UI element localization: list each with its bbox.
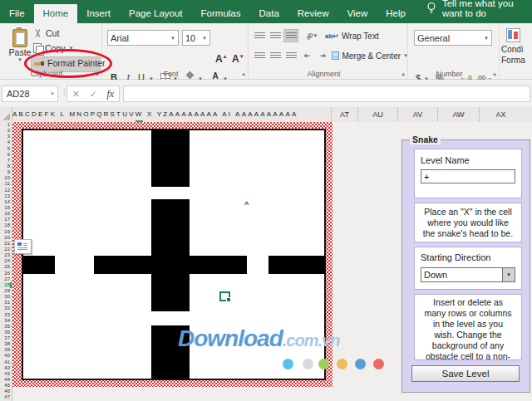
align-left-button[interactable] [252,49,267,62]
row-header-18[interactable]: 18 [0,223,12,228]
row-header-40[interactable]: 40 [0,353,12,359]
row-header-28[interactable]: 28 [0,282,12,288]
number-dialog-launcher-icon[interactable]: ▸ [492,71,499,78]
copy-dropdown-arrow-icon[interactable]: ▼ [69,46,74,51]
row-header-37[interactable]: 37 [0,335,12,341]
col-header-ax[interactable]: AX [479,107,522,122]
font-size-combo[interactable]: 10▼ [182,30,210,46]
row-headers[interactable]: 1234567891011121314151617181920212223242… [0,122,12,401]
tab-file[interactable]: File [0,4,34,23]
number-format-combo[interactable]: General▼ [414,30,492,46]
align-bottom-button[interactable] [283,29,298,42]
cancel-entry-icon[interactable]: ✕ [72,89,80,100]
row-header-8[interactable]: 8 [0,164,12,169]
row-header-46[interactable]: 46 [0,389,12,394]
row-header-17[interactable]: 17 [0,217,12,223]
tab-review[interactable]: Review [288,4,338,23]
name-box[interactable]: AD28 ▼ [2,86,58,102]
align-top-button[interactable] [252,29,267,42]
format-painter-button[interactable]: Format Painter [34,58,105,68]
snake-head-marker[interactable]: ^ [244,200,249,208]
decrease-indent-button[interactable]: ⇤ [300,49,315,62]
confirm-entry-icon[interactable]: ✓ [90,89,97,100]
row-header-42[interactable]: 42 [0,365,12,371]
formula-input[interactable] [123,86,530,102]
tab-data[interactable]: Data [250,4,288,23]
row-header-1[interactable]: 1 [0,122,12,128]
row-header-20[interactable]: 20 [0,235,12,241]
orientation-button[interactable]: ab▼ [302,29,322,42]
row-header-22[interactable]: 22 [0,247,12,252]
active-cell-selection[interactable] [219,291,230,301]
font-dialog-launcher-icon[interactable]: ▸ [241,71,248,78]
row-header-25[interactable]: 25 [0,264,12,270]
row-header-21[interactable]: 21 [0,241,12,247]
level-name-input[interactable] [421,169,515,183]
row-header-13[interactable]: 13 [0,193,12,199]
row-header-9[interactable]: 9 [0,169,12,175]
wrap-text-button[interactable]: ab↩ Wrap Text [325,29,405,42]
tab-insert[interactable]: Insert [77,4,120,23]
row-header-33[interactable]: 33 [0,312,12,318]
row-header-39[interactable]: 39 [0,347,12,353]
row-header-2[interactable]: 2 [0,128,12,134]
tab-formulas[interactable]: Formulas [192,4,250,23]
tab-page-layout[interactable]: Page Layout [120,4,192,23]
row-header-5[interactable]: 5 [0,146,12,152]
row-header-41[interactable]: 41 [0,359,12,365]
row-header-31[interactable]: 31 [0,300,12,306]
row-header-15[interactable]: 15 [0,205,12,211]
save-level-button[interactable]: Save Level [411,365,520,382]
align-middle-button[interactable] [268,29,283,42]
paste-dropdown-arrow-icon[interactable]: ▼ [17,57,22,62]
select-all-button[interactable] [0,107,12,122]
col-header-at[interactable]: AT [331,107,357,122]
row-header-44[interactable]: 44 [0,377,12,383]
row-header-30[interactable]: 30 [0,294,12,300]
row-header-23[interactable]: 23 [0,252,12,258]
row-header-12[interactable]: 12 [0,188,12,193]
row-header-47[interactable]: 47 [0,394,12,400]
row-header-10[interactable]: 10 [0,175,12,181]
row-header-19[interactable]: 19 [0,229,12,235]
row-header-4[interactable]: 4 [0,139,12,145]
col-header-av[interactable]: AV [397,107,437,122]
row-header-26[interactable]: 26 [0,271,12,276]
alignment-dialog-launcher-icon[interactable]: ▸ [401,71,407,78]
font-family-combo[interactable]: Arial▼ [107,30,179,46]
decrease-font-button[interactable]: A▼ [232,53,244,65]
align-center-button[interactable] [268,49,283,62]
increase-font-button[interactable]: A▲ [215,53,228,65]
row-header-43[interactable]: 43 [0,371,12,377]
row-header-24[interactable]: 24 [0,258,12,264]
row-header-45[interactable]: 45 [0,383,12,389]
row-header-29[interactable]: 29 [0,288,12,294]
conditional-formatting-icon[interactable] [506,28,520,42]
maze-field[interactable] [22,129,326,380]
cut-button[interactable]: Cut [33,28,59,38]
tell-me-box[interactable]: Tell me what you want to do [426,0,532,23]
insert-function-icon[interactable]: fx [107,88,115,100]
tab-help[interactable]: Help [377,4,415,23]
row-header-7[interactable]: 7 [0,158,12,164]
merge-center-button[interactable]: ↔ Merge & Center ▼ [332,49,408,62]
row-header-11[interactable]: 11 [0,181,12,187]
row-header-32[interactable]: 32 [0,306,12,311]
row-header-36[interactable]: 36 [0,330,12,335]
row-header-16[interactable]: 16 [0,211,12,217]
row-header-6[interactable]: 6 [0,152,12,158]
increase-indent-button[interactable]: ⇥ [315,49,330,62]
col-header-aw[interactable]: AW [437,107,479,122]
row-header-35[interactable]: 35 [0,324,12,330]
tab-view[interactable]: View [338,4,377,23]
row-header-14[interactable]: 14 [0,199,12,205]
tab-home[interactable]: Home [34,4,78,23]
col-header-au[interactable]: AU [357,107,397,122]
row-header-27[interactable]: 27 [0,276,12,282]
row-header-34[interactable]: 34 [0,318,12,324]
narrow-column-headers[interactable]: ABCDEFK L MNOPQRSTUVW X YZAAAAAAAA AI AA… [12,107,331,122]
copy-button[interactable]: Copy ▼ [33,43,73,53]
starting-direction-dropdown[interactable]: Down ▼ [421,267,515,282]
align-right-button[interactable] [283,49,298,62]
row-header-38[interactable]: 38 [0,341,12,347]
